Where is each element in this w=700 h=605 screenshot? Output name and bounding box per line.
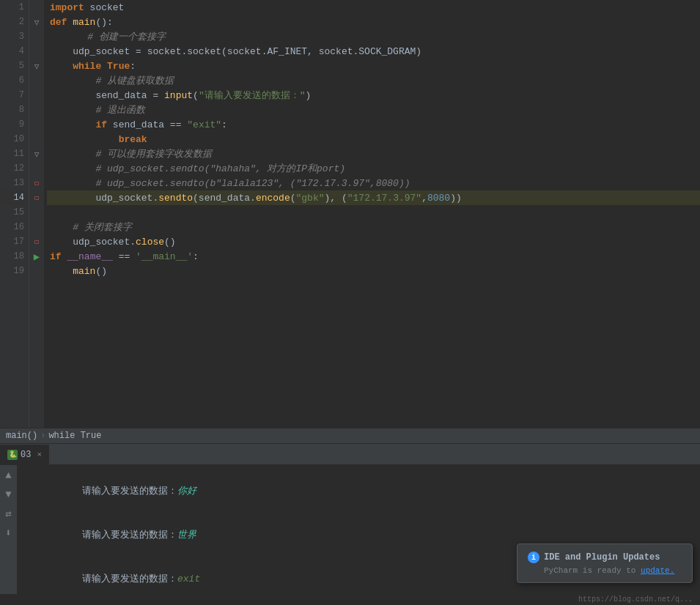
eq-7: = — [152, 90, 158, 101]
gutter-13[interactable]: ◻ — [29, 176, 44, 190]
str-14b: "172.17.3.97" — [347, 193, 421, 204]
fn-input: input — [164, 90, 193, 101]
scroll-down-btn[interactable]: ▼ — [1, 487, 16, 502]
plain-19a — [50, 266, 73, 277]
code-line-5: while True : — [47, 59, 700, 73]
gutter: ▽ ▽ ▽ ◻ ◻ ◻ ▶ — [29, 0, 44, 428]
t-value-3: exit — [177, 574, 200, 584]
code-area: 1 2 3 4 5 6 7 8 9 10 11 12 13 14 15 16 1… — [0, 0, 700, 428]
fn-sendto: sendto — [158, 193, 193, 204]
code-line-8: # 退出函数 — [47, 103, 700, 117]
fn-encode: encode — [256, 193, 290, 204]
breadcrumb-while: while True — [48, 431, 101, 441]
plain-14c: ( — [290, 193, 296, 204]
terminal-tab-icon: 🐍 — [7, 450, 18, 460]
line-num-4: 4 — [0, 44, 29, 59]
terminal-tabs: 🐍 03 × — [0, 445, 700, 465]
plain-7c: ( — [193, 90, 199, 101]
gutter-6 — [29, 73, 44, 88]
code-line-19: main () — [47, 264, 700, 278]
breadcrumb-sep: › — [40, 431, 45, 441]
tab-close-btn[interactable]: × — [37, 450, 42, 459]
bottom-btn[interactable]: ⬇ — [1, 525, 16, 540]
num-14: 8080 — [427, 193, 450, 204]
line-num-16: 16 — [0, 220, 29, 234]
plain-7d: ) — [306, 90, 312, 101]
code-line-7: send_data = input ( "请输入要发送的数据：" ) — [47, 88, 700, 103]
comment-3: # 创建一个套接字 — [65, 30, 166, 43]
t-prefix-3: 请输入要发送的数据： — [82, 574, 177, 584]
plain-7b — [158, 90, 164, 101]
gutter-4 — [29, 44, 44, 59]
plain-2: (): — [95, 17, 112, 28]
wrap-btn[interactable]: ⇄ — [1, 506, 16, 521]
gutter-8 — [29, 103, 44, 117]
kw-true: True — [101, 61, 130, 72]
gutter-7 — [29, 88, 44, 103]
gutter-9 — [29, 117, 44, 132]
line-num-9: 9 — [0, 117, 29, 132]
code-line-16: # 关闭套接字 — [47, 220, 700, 234]
comment-12: # udp_socket.sendto("hahaha", 对方的IP和port… — [50, 162, 345, 175]
line-num-13: 13 — [0, 176, 29, 190]
notification-title: i IDE and Plugin Updates — [528, 552, 682, 563]
code-line-4: udp_socket = socket.socket(socket.AF_INE… — [47, 44, 700, 59]
code-line-9: if send_data == "exit" : — [47, 117, 700, 132]
breadcrumb-bar: main() › while True — [0, 428, 700, 444]
gutter-3 — [29, 29, 44, 44]
notification-popup: i IDE and Plugin Updates PyCharm is read… — [517, 543, 693, 583]
kw-break: break — [119, 134, 147, 145]
eq-9: == — [170, 119, 182, 130]
gutter-17[interactable]: ◻ — [29, 234, 44, 249]
t-value-1: 你好 — [177, 486, 196, 497]
gutter-15 — [29, 205, 44, 220]
plain-15 — [50, 207, 56, 218]
terminal-line-1: 请输入要发送的数据：你好 — [25, 469, 693, 513]
line-num-8: 8 — [0, 103, 29, 117]
gutter-5[interactable]: ▽ — [29, 59, 44, 73]
eq-4: = — [136, 46, 141, 57]
notification-update-link[interactable]: update. — [641, 566, 674, 575]
gutter-2[interactable]: ▽ — [29, 15, 44, 29]
plain-1: socket — [84, 2, 125, 13]
plain-14b: (send_data. — [193, 193, 256, 204]
info-icon-text: i — [531, 554, 536, 562]
plain-18b: == — [113, 251, 136, 262]
comment-8: # 退出函数 — [50, 103, 145, 116]
scroll-up-btn[interactable]: ▲ — [1, 468, 16, 483]
tab-label: 03 — [21, 450, 31, 460]
str-9: "exit" — [187, 119, 221, 130]
t-prefix-1: 请输入要发送的数据： — [82, 486, 177, 497]
plain-5a — [50, 61, 73, 72]
plain-4: udp_socket — [50, 46, 136, 57]
gutter-14[interactable]: ◻ — [29, 190, 44, 205]
str-14: "gbk" — [296, 193, 325, 204]
comment-13: # udp_socket.sendto(b"lalala123", ("172.… — [50, 178, 410, 189]
comment-11: # 可以使用套接字收发数据 — [50, 147, 212, 160]
line-num-12: 12 — [0, 161, 29, 176]
gutter-11[interactable]: ▽ — [29, 146, 44, 161]
line-num-15: 15 — [0, 205, 29, 220]
gutter-10 — [29, 132, 44, 146]
line-num-14: 14 — [0, 190, 29, 205]
plain-14f: )) — [450, 193, 462, 204]
code-lines: import socket def main (): # 创建一个套接字 udp… — [44, 0, 700, 428]
t-prefix-2: 请输入要发送的数据： — [82, 530, 177, 541]
dunder-name: __name__ — [67, 251, 112, 262]
line-numbers: 1 2 3 4 5 6 7 8 9 10 11 12 13 14 15 16 1… — [0, 0, 29, 428]
notification-body-text: PyCharm is ready to — [544, 566, 635, 575]
gutter-18[interactable]: ▶ — [29, 249, 44, 264]
plain-9b: send_data — [107, 119, 170, 130]
notification-body: PyCharm is ready to update. — [528, 566, 682, 575]
plain-14d: ), ( — [325, 193, 347, 204]
t-value-2: 世界 — [177, 530, 196, 541]
plain-17a: udp_socket. — [50, 237, 136, 248]
line-num-1: 1 — [0, 0, 29, 15]
terminal-tab-03[interactable]: 🐍 03 × — [0, 445, 50, 465]
plain-14e: , — [421, 193, 427, 204]
plain-9d: : — [221, 119, 227, 130]
plain-9c — [181, 119, 187, 130]
str-18: '__main__' — [136, 251, 193, 262]
kw-import: import — [50, 2, 84, 13]
str-7: "请输入要发送的数据：" — [199, 89, 306, 102]
